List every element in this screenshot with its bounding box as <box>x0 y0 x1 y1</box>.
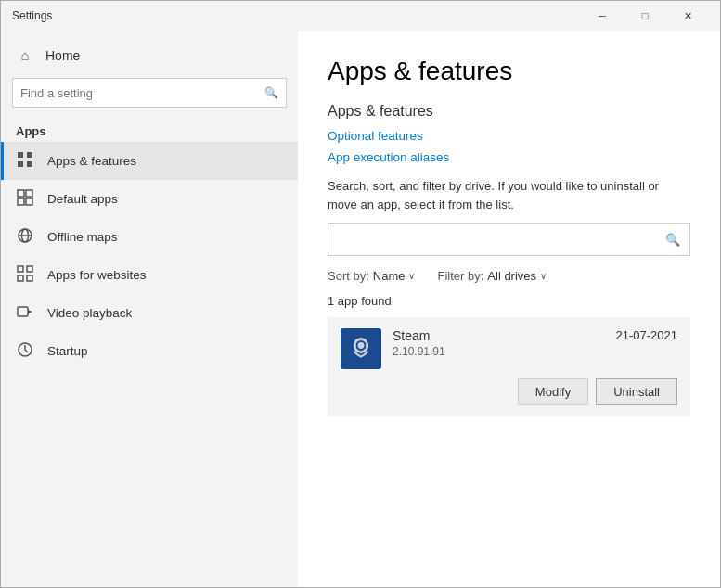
svg-rect-11 <box>18 266 23 272</box>
home-label: Home <box>45 48 80 63</box>
svg-rect-4 <box>18 190 24 197</box>
modify-button[interactable]: Modify <box>518 378 588 405</box>
app-name: Steam <box>393 328 605 343</box>
sidebar-item-apps-websites[interactable]: Apps for websites <box>1 256 298 294</box>
main-layout: Home 🔍 Apps Apps & features <box>1 31 720 587</box>
sidebar-section-apps: Apps <box>1 117 298 142</box>
sidebar-item-home[interactable]: Home <box>1 38 298 72</box>
svg-rect-24 <box>366 344 368 347</box>
app-search-input[interactable]: steam <box>338 233 665 247</box>
app-execution-link[interactable]: App execution aliases <box>328 150 690 164</box>
app-info: Steam 2.10.91.91 <box>393 328 605 358</box>
filter-label: Filter by: <box>437 269 483 283</box>
close-button[interactable]: ✕ <box>666 1 709 31</box>
sidebar-item-apps-features[interactable]: Apps & features <box>1 142 298 180</box>
svg-rect-1 <box>27 152 32 158</box>
svg-marker-16 <box>28 310 32 313</box>
search-bar-icon: 🔍 <box>665 233 680 247</box>
optional-features-link[interactable]: Optional features <box>328 129 690 143</box>
search-icon: 🔍 <box>264 86 278 99</box>
svg-point-20 <box>358 342 365 349</box>
window-controls: ─ □ ✕ <box>581 1 709 31</box>
video-icon <box>16 303 34 323</box>
startup-label: Startup <box>47 344 88 358</box>
sort-value: Name <box>373 269 406 283</box>
app-version: 2.10.91.91 <box>393 345 605 358</box>
filter-row: Sort by: Name ∨ Filter by: All drives ∨ <box>328 269 690 283</box>
default-apps-icon <box>16 189 34 209</box>
app-actions: Modify Uninstall <box>341 378 677 405</box>
sidebar-item-default-apps[interactable]: Default apps <box>1 180 298 218</box>
sort-chevron-icon: ∨ <box>408 271 415 281</box>
svg-rect-14 <box>27 275 32 281</box>
app-icon-steam <box>341 328 381 369</box>
page-main-title: Apps & features <box>328 57 690 86</box>
offline-maps-icon <box>16 227 34 247</box>
svg-rect-15 <box>18 307 28 316</box>
sidebar-item-startup[interactable]: Startup <box>1 332 298 370</box>
uninstall-button[interactable]: Uninstall <box>596 378 677 405</box>
sort-label: Sort by: <box>328 269 369 283</box>
offline-maps-label: Offline maps <box>47 230 118 244</box>
svg-rect-23 <box>354 344 356 347</box>
sidebar-item-offline-maps[interactable]: Offline maps <box>1 218 298 256</box>
titlebar: Settings ─ □ ✕ <box>1 1 720 31</box>
drive-filter[interactable]: Filter by: All drives ∨ <box>437 269 547 283</box>
svg-rect-0 <box>18 152 23 158</box>
svg-rect-5 <box>26 190 32 197</box>
content-area: Apps & features Apps & features Optional… <box>298 31 720 587</box>
home-icon <box>16 47 34 63</box>
apps-websites-icon <box>16 265 34 285</box>
svg-rect-2 <box>18 161 23 167</box>
content-description: Search, sort, and filter by drive. If yo… <box>328 177 690 213</box>
sort-filter[interactable]: Sort by: Name ∨ <box>328 269 415 283</box>
app-entry-steam[interactable]: Steam 2.10.91.91 21-07-2021 Modify Unins… <box>328 317 690 416</box>
sidebar-search-input[interactable] <box>20 86 264 100</box>
filter-chevron-icon: ∨ <box>540 271 547 281</box>
apps-count: 1 app found <box>328 294 690 308</box>
app-title: Settings <box>12 9 581 22</box>
maximize-button[interactable]: □ <box>624 1 666 31</box>
apps-features-label: Apps & features <box>47 154 136 168</box>
svg-rect-6 <box>18 198 24 205</box>
sidebar-item-video-playback[interactable]: Video playback <box>1 294 298 332</box>
filter-value: All drives <box>487 269 536 283</box>
minimize-button[interactable]: ─ <box>581 1 624 31</box>
app-date: 21-07-2021 <box>616 328 678 342</box>
svg-rect-13 <box>18 275 23 281</box>
sidebar-search-box[interactable]: 🔍 <box>12 78 287 108</box>
default-apps-label: Default apps <box>47 192 118 206</box>
page-sub-title: Apps & features <box>328 103 690 120</box>
sidebar: Home 🔍 Apps Apps & features <box>1 31 298 587</box>
startup-icon <box>16 341 34 361</box>
svg-rect-7 <box>26 198 32 205</box>
svg-rect-22 <box>360 352 363 354</box>
svg-rect-21 <box>360 338 363 340</box>
svg-rect-3 <box>27 161 32 167</box>
app-search-bar[interactable]: steam 🔍 <box>328 223 690 256</box>
svg-rect-12 <box>27 266 32 272</box>
video-playback-label: Video playback <box>47 306 132 320</box>
app-entry-top: Steam 2.10.91.91 21-07-2021 <box>341 328 677 369</box>
apps-websites-label: Apps for websites <box>47 268 147 282</box>
apps-features-icon <box>16 151 34 171</box>
